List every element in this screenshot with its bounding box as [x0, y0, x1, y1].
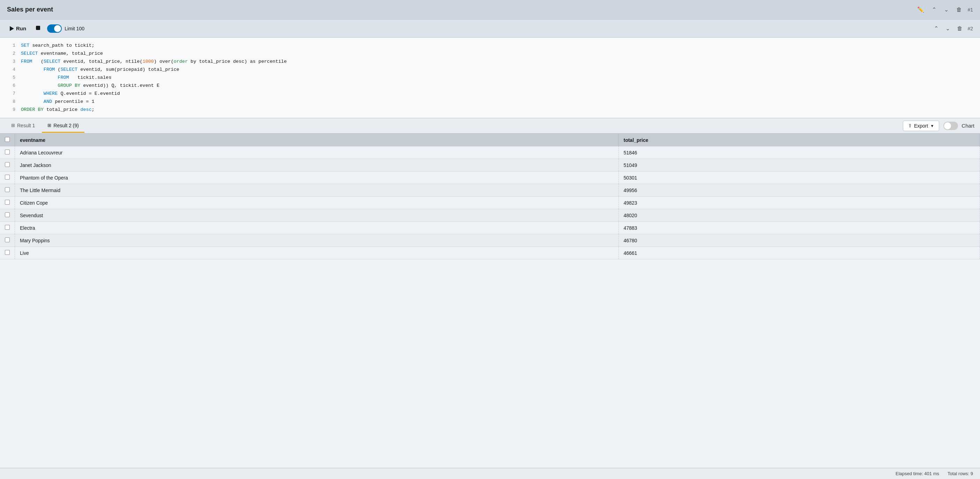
- code-line: 1SET search_path to tickit;: [0, 42, 980, 50]
- collapse-down-button[interactable]: ⌄: [942, 5, 951, 14]
- row-select-cell[interactable]: [0, 222, 15, 234]
- code-editor[interactable]: 1SET search_path to tickit;2SELECT event…: [0, 38, 980, 118]
- stop-icon: [36, 26, 40, 30]
- total-price-cell: 47883: [619, 222, 980, 234]
- table-header-row: eventname total_price: [0, 133, 980, 146]
- eventname-cell: The Little Mermaid: [15, 184, 619, 197]
- col-total-price: total_price: [619, 133, 980, 146]
- data-table-container[interactable]: eventname total_price Adriana Lecouvreur…: [0, 133, 980, 468]
- tab-result1[interactable]: ⊞Result 1: [6, 119, 40, 133]
- eventname-cell: Mary Poppins: [15, 234, 619, 247]
- code-content: FROM (SELECT eventid, sum(pricepaid) tot…: [21, 66, 180, 74]
- row-select-cell[interactable]: [0, 159, 15, 171]
- select-all-header[interactable]: [0, 133, 15, 146]
- code-content: GROUP BY eventid)) Q, tickit.event E: [21, 82, 159, 90]
- total-rows: Total rows: 9: [948, 471, 973, 476]
- table-row: Citizen Cope49823: [0, 197, 980, 209]
- toolbar-collapse-down-button[interactable]: ⌄: [943, 24, 952, 33]
- row-select-cell[interactable]: [0, 171, 15, 184]
- total-price-cell: 50301: [619, 171, 980, 184]
- row-checkbox[interactable]: [5, 174, 10, 179]
- code-content: FROM tickit.sales: [21, 74, 111, 82]
- code-line: 6 GROUP BY eventid)) Q, tickit.event E: [0, 82, 980, 90]
- chart-toggle-wrapper: Chart: [943, 122, 974, 130]
- export-button[interactable]: ⇧ Export ▼: [903, 121, 939, 131]
- tab-label: Result 1: [17, 123, 35, 128]
- line-number: 6: [6, 82, 15, 90]
- table-row: Janet Jackson51049: [0, 159, 980, 171]
- total-price-cell: 51846: [619, 146, 980, 159]
- col-eventname: eventname: [15, 133, 619, 146]
- export-chevron-icon: ▼: [930, 124, 934, 128]
- code-line: 3FROM (SELECT eventid, total_price, ntil…: [0, 58, 980, 66]
- tabs-left: ⊞Result 1⊞Result 2 (9): [6, 119, 84, 132]
- chart-toggle[interactable]: [943, 122, 958, 130]
- tab-result2[interactable]: ⊞Result 2 (9): [42, 119, 84, 133]
- limit-toggle[interactable]: [47, 24, 62, 33]
- row-checkbox[interactable]: [5, 187, 10, 192]
- results-area: ⊞Result 1⊞Result 2 (9) ⇧ Export ▼ Chart: [0, 118, 980, 479]
- row-checkbox[interactable]: [5, 200, 10, 205]
- results-table: eventname total_price Adriana Lecouvreur…: [0, 133, 980, 259]
- toolbar-collapse-up-button[interactable]: ⌃: [932, 24, 940, 33]
- total-price-cell: 48020: [619, 209, 980, 222]
- row-select-cell[interactable]: [0, 209, 15, 222]
- total-price-cell: 51049: [619, 159, 980, 171]
- row-checkbox[interactable]: [5, 162, 10, 167]
- line-number: 3: [6, 58, 15, 65]
- row-checkbox[interactable]: [5, 149, 10, 154]
- line-number: 9: [6, 106, 15, 114]
- total-price-cell: 46661: [619, 247, 980, 259]
- line-number: 1: [6, 42, 15, 49]
- row-select-cell[interactable]: [0, 146, 15, 159]
- line-number: 5: [6, 74, 15, 82]
- table-row: Electra47883: [0, 222, 980, 234]
- row-checkbox[interactable]: [5, 212, 10, 217]
- eventname-cell: Adriana Lecouvreur: [15, 146, 619, 159]
- chart-label: Chart: [961, 123, 974, 128]
- eventname-cell: Sevendust: [15, 209, 619, 222]
- title-bar: Sales per event ✏️ ⌃ ⌄ 🗑 #1: [0, 0, 980, 19]
- limit-label: Limit 100: [65, 26, 84, 32]
- edit-button[interactable]: ✏️: [915, 5, 926, 14]
- toolbar: Run Limit 100 ⌃ ⌄ 🗑 #2: [0, 19, 980, 38]
- eventname-cell: Citizen Cope: [15, 197, 619, 209]
- row-checkbox[interactable]: [5, 225, 10, 230]
- code-content: SET search_path to tickit;: [21, 42, 95, 50]
- table-row: Mary Poppins46780: [0, 234, 980, 247]
- line-number: 2: [6, 50, 15, 57]
- table-row: Phantom of the Opera50301: [0, 171, 980, 184]
- title-badge: #1: [967, 7, 973, 13]
- row-select-cell[interactable]: [0, 184, 15, 197]
- play-icon: [10, 26, 14, 31]
- table-row: Sevendust48020: [0, 209, 980, 222]
- eventname-cell: Janet Jackson: [15, 159, 619, 171]
- title-actions: ✏️ ⌃ ⌄ 🗑 #1: [915, 5, 973, 14]
- row-select-cell[interactable]: [0, 247, 15, 259]
- toolbar-right: ⌃ ⌄ 🗑 #2: [932, 24, 973, 33]
- select-all-checkbox[interactable]: [5, 137, 10, 142]
- code-content: FROM (SELECT eventid, total_price, ntile…: [21, 58, 287, 66]
- line-number: 7: [6, 90, 15, 98]
- delete-button[interactable]: 🗑: [954, 5, 964, 14]
- tab-icon: ⊞: [48, 123, 51, 128]
- app-container: Sales per event ✏️ ⌃ ⌄ 🗑 #1 Run Limit 10…: [0, 0, 980, 479]
- code-line: 2SELECT eventname, total_price: [0, 50, 980, 58]
- row-select-cell[interactable]: [0, 197, 15, 209]
- elapsed-time: Elapsed time: 401 ms: [896, 471, 939, 476]
- toolbar-delete-button[interactable]: 🗑: [955, 24, 965, 33]
- eventname-cell: Electra: [15, 222, 619, 234]
- collapse-up-button[interactable]: ⌃: [930, 5, 939, 14]
- row-checkbox[interactable]: [5, 250, 10, 255]
- code-content: AND percentile = 1: [21, 98, 95, 106]
- code-line: 5 FROM tickit.sales: [0, 74, 980, 82]
- tab-label: Result 2 (9): [53, 123, 78, 128]
- limit-toggle-wrapper: Limit 100: [47, 24, 84, 33]
- toolbar-badge: #2: [967, 26, 973, 32]
- export-arrow-icon: ⇧: [908, 123, 912, 128]
- code-content: SELECT eventname, total_price: [21, 50, 103, 58]
- row-select-cell[interactable]: [0, 234, 15, 247]
- run-button[interactable]: Run: [7, 24, 29, 33]
- row-checkbox[interactable]: [5, 237, 10, 242]
- stop-button[interactable]: [33, 24, 43, 32]
